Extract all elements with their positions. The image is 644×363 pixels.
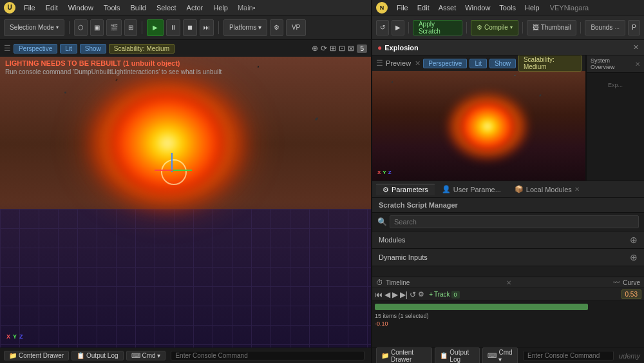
modules-section[interactable]: Modules ⊕: [372, 231, 644, 249]
tl-loop-btn[interactable]: ↺: [410, 290, 416, 299]
explosion-close-btn[interactable]: ✕: [633, 43, 639, 52]
left-menu-bar: U File Edit Window Tools Build Select Ac…: [0, 0, 372, 15]
menu-select[interactable]: Select: [152, 3, 181, 13]
gizmo-x-axis: [173, 170, 192, 171]
lit-btn[interactable]: Lit: [60, 44, 77, 54]
tl-time-value: 0.53: [621, 289, 641, 299]
niagara-menu-edit[interactable]: Edit: [413, 3, 433, 13]
tl-rewind-btn[interactable]: ⏮: [375, 290, 383, 299]
tab-user-params[interactable]: 👤 User Parame...: [435, 184, 507, 195]
timeline-panel: ⏱ Timeline ✕ 〰 Curve ⏮ ◀ ▶ ▶|: [372, 277, 644, 348]
niagara-menu-tools[interactable]: Tools: [495, 3, 520, 13]
tl-prev-btn[interactable]: ◀: [384, 290, 390, 299]
tl-next-btn[interactable]: ▶|: [400, 290, 408, 299]
cmd-right-label: Cmd ▾: [498, 349, 513, 363]
tab-modules-label: Local Modules: [526, 186, 572, 193]
settings-btn[interactable]: ⚙: [270, 19, 283, 36]
niagara-menu-help[interactable]: Help: [521, 3, 544, 13]
play-btn[interactable]: ▶: [147, 19, 164, 36]
modules-label: Modules: [379, 236, 406, 244]
output-log-right-btn[interactable]: 📋 Output Log: [435, 348, 480, 364]
apply-scratch-btn[interactable]: Apply Scratch: [413, 20, 462, 35]
preview-scalability-btn[interactable]: Scalability: Medium: [518, 55, 582, 72]
preview-menu-icon[interactable]: ☰: [376, 59, 383, 68]
warning-line1: LIGHTING NEEDS TO BE REBUILT (1 unbuilt …: [5, 59, 222, 67]
selection-mode-btn[interactable]: Selection Mode ▾: [4, 19, 64, 36]
console-input-right[interactable]: [523, 351, 614, 360]
vt-icon-4[interactable]: ⊡: [339, 44, 345, 53]
content-drawer-right-btn[interactable]: 📁 Content Drawer: [376, 348, 432, 364]
main-viewport[interactable]: ☰ Perspective Lit Show Scalability: Medi…: [0, 40, 372, 348]
stop-btn[interactable]: ⏹: [183, 19, 197, 36]
ue4-logo: U: [4, 2, 15, 14]
content-drawer-right-label: Content Drawer: [391, 349, 427, 363]
system-overview-close-btn[interactable]: ✕: [635, 61, 640, 68]
output-log-btn[interactable]: 📋 Output Log: [71, 351, 123, 360]
snap-btn[interactable]: ⊞: [124, 19, 137, 36]
scratch-search-input[interactable]: [390, 215, 639, 228]
tl-content: 15 items (1 selected) -0.10: [372, 301, 644, 328]
pcompass-y: Y: [383, 170, 386, 175]
tab-local-modules[interactable]: 📦 Local Modules ✕: [508, 184, 586, 195]
vt-menu-icon[interactable]: ☰: [4, 44, 11, 53]
preview-show-btn[interactable]: Show: [489, 59, 516, 68]
platforms-btn[interactable]: Platforms ▾: [223, 19, 267, 36]
tab-modules-close-btn[interactable]: ✕: [574, 186, 580, 193]
cmd-right-btn[interactable]: ⌨ Cmd ▾: [482, 348, 518, 364]
tl-settings-btn[interactable]: ⚙: [418, 290, 424, 299]
timeline-close-btn[interactable]: ✕: [506, 279, 511, 286]
skip-btn[interactable]: ⏭: [200, 19, 214, 36]
preview-lit-btn[interactable]: Lit: [469, 59, 487, 68]
menu-tools[interactable]: Tools: [99, 3, 125, 13]
menu-help[interactable]: Help: [209, 3, 232, 13]
right-menu-bar: N File Edit Asset Window Tools Help VEYN…: [372, 0, 644, 15]
tab-parameters[interactable]: ⚙ Parameters: [376, 184, 435, 195]
content-drawer-btn[interactable]: 📁 Content Drawer: [4, 351, 69, 360]
menu-build[interactable]: Build: [126, 3, 151, 13]
niagara-menu-window[interactable]: Window: [461, 3, 494, 13]
right-bottom-bar: 📁 Content Drawer 📋 Output Log ⌨ Cmd ▾ ud…: [372, 348, 644, 363]
tab-params-icon: ⚙: [383, 186, 389, 194]
transform-btn[interactable]: ⬡: [74, 19, 88, 36]
cmd-btn[interactable]: ⌨ Cmd ▾: [126, 351, 166, 360]
bounds-btn[interactable]: Bounds …: [585, 20, 625, 35]
viewport-label-btn[interactable]: VP: [286, 19, 306, 36]
preview-close-btn[interactable]: ✕: [415, 59, 421, 68]
vt-icon-5[interactable]: ⊠: [348, 44, 354, 53]
menu-actor[interactable]: Actor: [182, 3, 208, 13]
mode-btn[interactable]: ▣: [90, 19, 104, 36]
menu-file[interactable]: File: [19, 3, 40, 13]
restart-btn[interactable]: ↺: [376, 20, 389, 35]
viewport-toolbar: ☰ Perspective Lit Show Scalability: Medi…: [0, 40, 371, 57]
vt-icon-3[interactable]: ⊞: [330, 44, 336, 53]
thumbnail-btn[interactable]: 🖼 Thumbnail: [527, 20, 577, 35]
niagara-menu-file[interactable]: File: [393, 3, 412, 13]
niagara-bottom-tabs: ⚙ Parameters 👤 User Parame... 📦 Local Mo…: [372, 181, 644, 198]
preview-perspective-btn[interactable]: Perspective: [423, 59, 467, 68]
modules-add-btn[interactable]: ⊕: [630, 235, 638, 245]
dynamic-inputs-add-btn[interactable]: ⊕: [630, 252, 638, 262]
vt-icon-1[interactable]: ⊕: [312, 44, 318, 53]
anim-btn[interactable]: 🎬: [106, 19, 122, 36]
menu-edit[interactable]: Edit: [41, 3, 62, 13]
menu-window[interactable]: Window: [64, 3, 98, 13]
system-overview-content: Exp...: [587, 79, 644, 91]
rightmost-btn[interactable]: P: [628, 20, 640, 35]
vt-icon-2[interactable]: ⟳: [321, 44, 327, 53]
tl-play-btn[interactable]: ▶: [392, 290, 398, 299]
timeline-header: ⏱ Timeline ✕ 〰 Curve: [372, 277, 644, 288]
console-input[interactable]: [171, 351, 365, 360]
compile-btn[interactable]: ⚙ Compile ▾: [471, 20, 518, 35]
vt-count: 5: [357, 44, 367, 53]
play-niagara-btn[interactable]: ▶: [392, 20, 404, 35]
dynamic-inputs-section[interactable]: Dynamic Inputs ⊕: [372, 249, 644, 266]
nt-sep4: [580, 22, 581, 34]
output-log-label: Output Log: [86, 352, 118, 359]
scalability-btn[interactable]: Scalability: Medium: [109, 44, 175, 54]
viewport-compass: X Y Z: [6, 333, 23, 340]
niagara-menu-asset[interactable]: Asset: [435, 3, 460, 13]
pause-btn[interactable]: ⏸: [166, 19, 180, 36]
perspective-btn[interactable]: Perspective: [14, 44, 57, 54]
show-btn[interactable]: Show: [80, 44, 106, 54]
transform-gizmo[interactable]: [155, 153, 193, 191]
